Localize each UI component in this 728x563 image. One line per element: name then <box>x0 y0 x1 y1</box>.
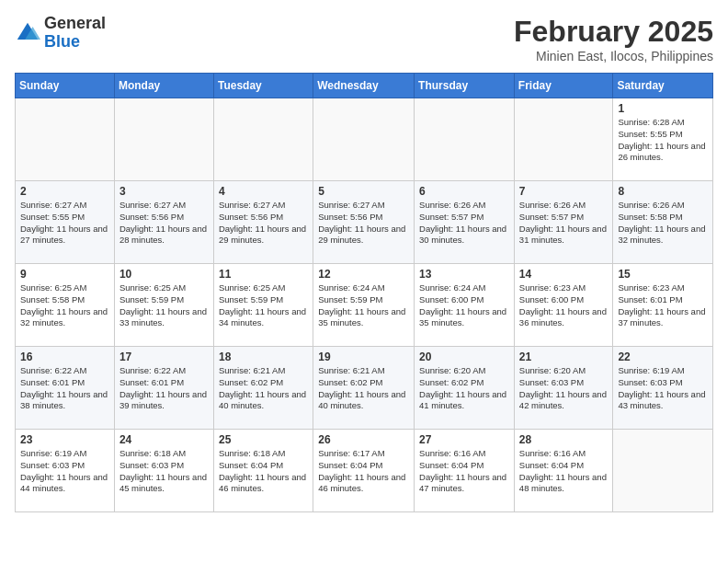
weekday-header-cell: Friday <box>514 74 613 98</box>
day-number: 3 <box>119 185 209 198</box>
day-number: 27 <box>419 433 509 446</box>
day-info: Sunrise: 6:26 AM Sunset: 5:57 PM Dayligh… <box>419 200 509 247</box>
day-number: 2 <box>20 185 109 198</box>
day-number: 22 <box>618 350 708 363</box>
day-info: Sunrise: 6:19 AM Sunset: 6:03 PM Dayligh… <box>20 448 109 495</box>
calendar-day-cell: 24Sunrise: 6:18 AM Sunset: 6:03 PM Dayli… <box>114 430 213 512</box>
weekday-header-cell: Tuesday <box>213 74 313 98</box>
day-number: 6 <box>419 185 509 198</box>
logo-general-text: General <box>44 15 106 33</box>
logo-blue-text: Blue <box>44 33 106 52</box>
calendar-day-cell <box>213 98 313 181</box>
calendar-week-row: 2Sunrise: 6:27 AM Sunset: 5:55 PM Daylig… <box>16 181 713 264</box>
day-number: 10 <box>119 268 209 281</box>
calendar-day-cell: 17Sunrise: 6:22 AM Sunset: 6:01 PM Dayli… <box>114 347 213 430</box>
location: Minien East, Ilocos, Philippines <box>514 49 713 63</box>
day-number: 12 <box>318 268 409 281</box>
calendar-day-cell: 27Sunrise: 6:16 AM Sunset: 6:04 PM Dayli… <box>415 430 515 512</box>
weekday-header-cell: Wednesday <box>313 74 415 98</box>
day-number: 16 <box>20 350 109 363</box>
day-number: 15 <box>618 268 708 281</box>
day-number: 4 <box>219 185 308 198</box>
day-number: 7 <box>519 185 609 198</box>
day-info: Sunrise: 6:20 AM Sunset: 6:02 PM Dayligh… <box>419 365 509 412</box>
day-number: 25 <box>219 433 308 446</box>
calendar-day-cell: 2Sunrise: 6:27 AM Sunset: 5:55 PM Daylig… <box>16 181 115 264</box>
day-number: 19 <box>318 350 409 363</box>
calendar-day-cell: 13Sunrise: 6:24 AM Sunset: 6:00 PM Dayli… <box>415 264 515 347</box>
day-number: 5 <box>318 185 409 198</box>
day-number: 13 <box>419 268 509 281</box>
title-block: February 2025 Minien East, Ilocos, Phili… <box>514 15 713 63</box>
calendar-day-cell: 1Sunrise: 6:28 AM Sunset: 5:55 PM Daylig… <box>613 98 713 181</box>
day-info: Sunrise: 6:27 AM Sunset: 5:56 PM Dayligh… <box>219 200 308 247</box>
day-info: Sunrise: 6:25 AM Sunset: 5:58 PM Dayligh… <box>20 282 109 329</box>
calendar-body: 1Sunrise: 6:28 AM Sunset: 5:55 PM Daylig… <box>16 98 713 512</box>
day-number: 9 <box>20 268 109 281</box>
calendar-week-row: 9Sunrise: 6:25 AM Sunset: 5:58 PM Daylig… <box>16 264 713 347</box>
calendar-day-cell: 23Sunrise: 6:19 AM Sunset: 6:03 PM Dayli… <box>16 430 115 512</box>
day-number: 14 <box>519 268 609 281</box>
logo: General Blue <box>15 15 106 52</box>
day-number: 28 <box>519 433 609 446</box>
calendar-day-cell: 9Sunrise: 6:25 AM Sunset: 5:58 PM Daylig… <box>16 264 115 347</box>
day-info: Sunrise: 6:18 AM Sunset: 6:03 PM Dayligh… <box>119 448 209 495</box>
day-number: 1 <box>618 102 708 115</box>
day-number: 8 <box>618 185 708 198</box>
day-info: Sunrise: 6:16 AM Sunset: 6:04 PM Dayligh… <box>419 448 509 495</box>
calendar-day-cell: 5Sunrise: 6:27 AM Sunset: 5:56 PM Daylig… <box>313 181 415 264</box>
day-number: 21 <box>519 350 609 363</box>
calendar-day-cell: 26Sunrise: 6:17 AM Sunset: 6:04 PM Dayli… <box>313 430 415 512</box>
day-number: 23 <box>20 433 109 446</box>
day-info: Sunrise: 6:27 AM Sunset: 5:56 PM Dayligh… <box>119 200 209 247</box>
day-info: Sunrise: 6:22 AM Sunset: 6:01 PM Dayligh… <box>119 365 209 412</box>
calendar-day-cell: 3Sunrise: 6:27 AM Sunset: 5:56 PM Daylig… <box>114 181 213 264</box>
calendar-day-cell <box>313 98 415 181</box>
calendar-day-cell: 25Sunrise: 6:18 AM Sunset: 6:04 PM Dayli… <box>213 430 313 512</box>
day-number: 24 <box>119 433 209 446</box>
calendar-day-cell: 12Sunrise: 6:24 AM Sunset: 5:59 PM Dayli… <box>313 264 415 347</box>
calendar-day-cell <box>514 98 613 181</box>
day-info: Sunrise: 6:27 AM Sunset: 5:56 PM Dayligh… <box>318 200 409 247</box>
day-info: Sunrise: 6:21 AM Sunset: 6:02 PM Dayligh… <box>318 365 409 412</box>
day-info: Sunrise: 6:26 AM Sunset: 5:57 PM Dayligh… <box>519 200 609 247</box>
day-number: 20 <box>419 350 509 363</box>
page-header: General Blue February 2025 Minien East, … <box>15 15 713 63</box>
calendar-day-cell: 10Sunrise: 6:25 AM Sunset: 5:59 PM Dayli… <box>114 264 213 347</box>
day-info: Sunrise: 6:27 AM Sunset: 5:55 PM Dayligh… <box>20 200 109 247</box>
day-info: Sunrise: 6:20 AM Sunset: 6:03 PM Dayligh… <box>519 365 609 412</box>
day-info: Sunrise: 6:24 AM Sunset: 6:00 PM Dayligh… <box>419 282 509 329</box>
day-number: 17 <box>119 350 209 363</box>
day-number: 26 <box>318 433 409 446</box>
day-info: Sunrise: 6:24 AM Sunset: 5:59 PM Dayligh… <box>318 282 409 329</box>
calendar-day-cell: 16Sunrise: 6:22 AM Sunset: 6:01 PM Dayli… <box>16 347 115 430</box>
calendar-table: SundayMondayTuesdayWednesdayThursdayFrid… <box>15 73 713 512</box>
calendar-week-row: 16Sunrise: 6:22 AM Sunset: 6:01 PM Dayli… <box>16 347 713 430</box>
logo-icon <box>15 20 40 46</box>
calendar-day-cell <box>415 98 515 181</box>
calendar-day-cell: 15Sunrise: 6:23 AM Sunset: 6:01 PM Dayli… <box>613 264 713 347</box>
day-info: Sunrise: 6:18 AM Sunset: 6:04 PM Dayligh… <box>219 448 308 495</box>
calendar-day-cell: 20Sunrise: 6:20 AM Sunset: 6:02 PM Dayli… <box>415 347 515 430</box>
day-info: Sunrise: 6:25 AM Sunset: 5:59 PM Dayligh… <box>219 282 308 329</box>
weekday-header-cell: Thursday <box>415 74 515 98</box>
day-info: Sunrise: 6:22 AM Sunset: 6:01 PM Dayligh… <box>20 365 109 412</box>
calendar-day-cell <box>16 98 115 181</box>
calendar-day-cell: 7Sunrise: 6:26 AM Sunset: 5:57 PM Daylig… <box>514 181 613 264</box>
calendar-day-cell: 8Sunrise: 6:26 AM Sunset: 5:58 PM Daylig… <box>613 181 713 264</box>
weekday-header-row: SundayMondayTuesdayWednesdayThursdayFrid… <box>16 74 713 98</box>
day-info: Sunrise: 6:17 AM Sunset: 6:04 PM Dayligh… <box>318 448 409 495</box>
day-info: Sunrise: 6:25 AM Sunset: 5:59 PM Dayligh… <box>119 282 209 329</box>
day-info: Sunrise: 6:16 AM Sunset: 6:04 PM Dayligh… <box>519 448 609 495</box>
calendar-day-cell: 19Sunrise: 6:21 AM Sunset: 6:02 PM Dayli… <box>313 347 415 430</box>
day-info: Sunrise: 6:21 AM Sunset: 6:02 PM Dayligh… <box>219 365 308 412</box>
calendar-day-cell: 21Sunrise: 6:20 AM Sunset: 6:03 PM Dayli… <box>514 347 613 430</box>
day-info: Sunrise: 6:23 AM Sunset: 6:00 PM Dayligh… <box>519 282 609 329</box>
calendar-day-cell: 18Sunrise: 6:21 AM Sunset: 6:02 PM Dayli… <box>213 347 313 430</box>
calendar-day-cell <box>613 430 713 512</box>
calendar-day-cell: 22Sunrise: 6:19 AM Sunset: 6:03 PM Dayli… <box>613 347 713 430</box>
day-info: Sunrise: 6:28 AM Sunset: 5:55 PM Dayligh… <box>618 117 708 164</box>
calendar-day-cell <box>114 98 213 181</box>
weekday-header-cell: Saturday <box>613 74 713 98</box>
month-year: February 2025 <box>514 15 713 49</box>
